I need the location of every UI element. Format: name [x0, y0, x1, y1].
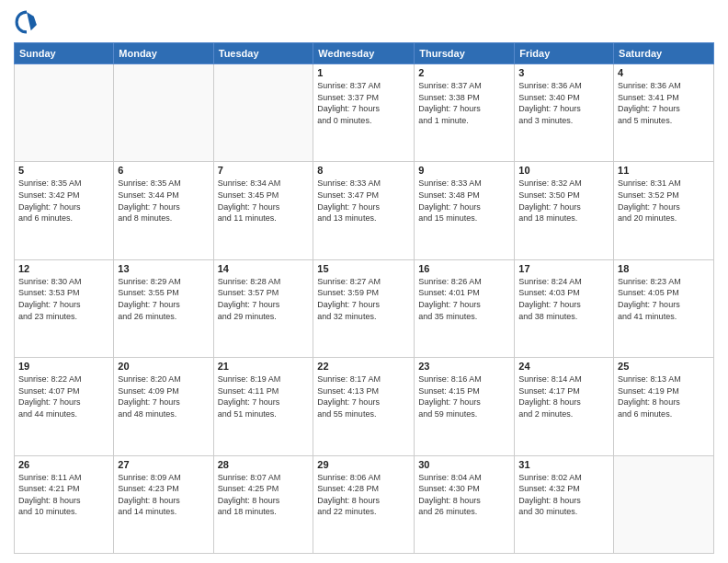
day-number: 2: [418, 67, 510, 78]
week-row-1: 1Sunrise: 8:37 AM Sunset: 3:37 PM Daylig…: [15, 64, 714, 162]
day-info: Sunrise: 8:16 AM Sunset: 4:15 PM Dayligh…: [418, 373, 510, 419]
day-info: Sunrise: 8:27 AM Sunset: 3:59 PM Dayligh…: [317, 276, 410, 322]
calendar-cell-5-4: 29Sunrise: 8:06 AM Sunset: 4:28 PM Dayli…: [313, 455, 415, 553]
calendar-cell-4-4: 22Sunrise: 8:17 AM Sunset: 4:13 PM Dayli…: [313, 358, 415, 455]
day-number: 6: [118, 165, 209, 176]
day-number: 25: [618, 361, 710, 372]
calendar-cell-3-3: 14Sunrise: 8:28 AM Sunset: 3:57 PM Dayli…: [213, 259, 313, 357]
week-row-3: 12Sunrise: 8:30 AM Sunset: 3:53 PM Dayli…: [15, 259, 714, 357]
day-info: Sunrise: 8:04 AM Sunset: 4:30 PM Dayligh…: [418, 472, 510, 518]
day-info: Sunrise: 8:07 AM Sunset: 4:25 PM Dayligh…: [218, 472, 310, 518]
day-info: Sunrise: 8:17 AM Sunset: 4:13 PM Dayligh…: [317, 373, 410, 419]
calendar-cell-2-4: 8Sunrise: 8:33 AM Sunset: 3:47 PM Daylig…: [313, 162, 415, 259]
day-number: 7: [218, 165, 310, 176]
calendar-cell-5-7: [614, 455, 714, 553]
calendar-cell-4-6: 24Sunrise: 8:14 AM Sunset: 4:17 PM Dayli…: [515, 358, 614, 455]
day-number: 22: [317, 361, 410, 372]
day-info: Sunrise: 8:37 AM Sunset: 3:37 PM Dayligh…: [317, 80, 410, 126]
calendar-cell-1-1: [15, 64, 114, 162]
day-number: 4: [618, 67, 710, 78]
day-number: 9: [418, 165, 510, 176]
weekday-header-thursday: Thursday: [415, 43, 515, 64]
day-info: Sunrise: 8:23 AM Sunset: 4:05 PM Dayligh…: [618, 276, 710, 322]
logo-icon: [14, 9, 40, 35]
calendar-cell-5-5: 30Sunrise: 8:04 AM Sunset: 4:30 PM Dayli…: [415, 455, 515, 553]
day-info: Sunrise: 8:06 AM Sunset: 4:28 PM Dayligh…: [317, 472, 410, 518]
day-number: 27: [118, 459, 209, 470]
calendar-cell-5-2: 27Sunrise: 8:09 AM Sunset: 4:23 PM Dayli…: [114, 455, 213, 553]
day-info: Sunrise: 8:22 AM Sunset: 4:07 PM Dayligh…: [18, 373, 109, 419]
weekday-header-tuesday: Tuesday: [213, 43, 313, 64]
calendar-cell-1-6: 3Sunrise: 8:36 AM Sunset: 3:40 PM Daylig…: [515, 64, 614, 162]
day-info: Sunrise: 8:19 AM Sunset: 4:11 PM Dayligh…: [218, 373, 310, 419]
day-info: Sunrise: 8:29 AM Sunset: 3:55 PM Dayligh…: [118, 276, 209, 322]
day-info: Sunrise: 8:02 AM Sunset: 4:32 PM Dayligh…: [518, 472, 609, 518]
day-info: Sunrise: 8:37 AM Sunset: 3:38 PM Dayligh…: [418, 80, 510, 126]
day-info: Sunrise: 8:09 AM Sunset: 4:23 PM Dayligh…: [118, 472, 209, 518]
weekday-header-sunday: Sunday: [15, 43, 114, 64]
day-number: 31: [518, 459, 609, 470]
calendar-header: SundayMondayTuesdayWednesdayThursdayFrid…: [15, 43, 714, 64]
day-number: 16: [418, 263, 510, 274]
calendar-cell-4-1: 19Sunrise: 8:22 AM Sunset: 4:07 PM Dayli…: [15, 358, 114, 455]
day-info: Sunrise: 8:14 AM Sunset: 4:17 PM Dayligh…: [518, 373, 609, 419]
weekday-header-monday: Monday: [114, 43, 213, 64]
day-info: Sunrise: 8:30 AM Sunset: 3:53 PM Dayligh…: [18, 276, 109, 322]
page: SundayMondayTuesdayWednesdayThursdayFrid…: [0, 0, 728, 563]
day-number: 28: [218, 459, 310, 470]
calendar-cell-4-5: 23Sunrise: 8:16 AM Sunset: 4:15 PM Dayli…: [415, 358, 515, 455]
day-info: Sunrise: 8:11 AM Sunset: 4:21 PM Dayligh…: [18, 472, 109, 518]
calendar-cell-3-1: 12Sunrise: 8:30 AM Sunset: 3:53 PM Dayli…: [15, 259, 114, 357]
calendar-cell-2-7: 11Sunrise: 8:31 AM Sunset: 3:52 PM Dayli…: [614, 162, 714, 259]
day-number: 18: [618, 263, 710, 274]
weekday-header-wednesday: Wednesday: [313, 43, 415, 64]
calendar-cell-3-4: 15Sunrise: 8:27 AM Sunset: 3:59 PM Dayli…: [313, 259, 415, 357]
calendar-cell-1-2: [114, 64, 213, 162]
weekday-header-friday: Friday: [515, 43, 614, 64]
day-number: 30: [418, 459, 510, 470]
day-number: 23: [418, 361, 510, 372]
day-info: Sunrise: 8:26 AM Sunset: 4:01 PM Dayligh…: [418, 276, 510, 322]
calendar-cell-4-7: 25Sunrise: 8:13 AM Sunset: 4:19 PM Dayli…: [614, 358, 714, 455]
day-info: Sunrise: 8:32 AM Sunset: 3:50 PM Dayligh…: [518, 178, 609, 224]
calendar-cell-1-4: 1Sunrise: 8:37 AM Sunset: 3:37 PM Daylig…: [313, 64, 415, 162]
calendar-cell-2-6: 10Sunrise: 8:32 AM Sunset: 3:50 PM Dayli…: [515, 162, 614, 259]
day-number: 24: [518, 361, 609, 372]
day-number: 19: [18, 361, 109, 372]
day-number: 26: [18, 459, 109, 470]
day-info: Sunrise: 8:35 AM Sunset: 3:42 PM Dayligh…: [18, 178, 109, 224]
day-number: 13: [118, 263, 209, 274]
day-info: Sunrise: 8:35 AM Sunset: 3:44 PM Dayligh…: [118, 178, 209, 224]
calendar-cell-1-7: 4Sunrise: 8:36 AM Sunset: 3:41 PM Daylig…: [614, 64, 714, 162]
calendar-cell-2-1: 5Sunrise: 8:35 AM Sunset: 3:42 PM Daylig…: [15, 162, 114, 259]
weekday-header-saturday: Saturday: [614, 43, 714, 64]
day-number: 8: [317, 165, 410, 176]
day-info: Sunrise: 8:20 AM Sunset: 4:09 PM Dayligh…: [118, 373, 209, 419]
calendar-cell-3-6: 17Sunrise: 8:24 AM Sunset: 4:03 PM Dayli…: [515, 259, 614, 357]
day-info: Sunrise: 8:28 AM Sunset: 3:57 PM Dayligh…: [218, 276, 310, 322]
day-info: Sunrise: 8:24 AM Sunset: 4:03 PM Dayligh…: [518, 276, 609, 322]
header: [14, 9, 714, 35]
calendar-cell-3-2: 13Sunrise: 8:29 AM Sunset: 3:55 PM Dayli…: [114, 259, 213, 357]
week-row-2: 5Sunrise: 8:35 AM Sunset: 3:42 PM Daylig…: [15, 162, 714, 259]
day-number: 10: [518, 165, 609, 176]
calendar-cell-2-3: 7Sunrise: 8:34 AM Sunset: 3:45 PM Daylig…: [213, 162, 313, 259]
day-info: Sunrise: 8:33 AM Sunset: 3:47 PM Dayligh…: [317, 178, 410, 224]
weekday-row: SundayMondayTuesdayWednesdayThursdayFrid…: [15, 43, 714, 64]
calendar-body: 1Sunrise: 8:37 AM Sunset: 3:37 PM Daylig…: [15, 64, 714, 554]
day-info: Sunrise: 8:36 AM Sunset: 3:40 PM Dayligh…: [518, 80, 609, 126]
day-number: 1: [317, 67, 410, 78]
day-number: 17: [518, 263, 609, 274]
day-info: Sunrise: 8:34 AM Sunset: 3:45 PM Dayligh…: [218, 178, 310, 224]
day-number: 3: [518, 67, 609, 78]
calendar-cell-3-7: 18Sunrise: 8:23 AM Sunset: 4:05 PM Dayli…: [614, 259, 714, 357]
day-info: Sunrise: 8:36 AM Sunset: 3:41 PM Dayligh…: [618, 80, 710, 126]
week-row-5: 26Sunrise: 8:11 AM Sunset: 4:21 PM Dayli…: [15, 455, 714, 553]
week-row-4: 19Sunrise: 8:22 AM Sunset: 4:07 PM Dayli…: [15, 358, 714, 455]
day-number: 14: [218, 263, 310, 274]
day-info: Sunrise: 8:31 AM Sunset: 3:52 PM Dayligh…: [618, 178, 710, 224]
calendar-cell-4-2: 20Sunrise: 8:20 AM Sunset: 4:09 PM Dayli…: [114, 358, 213, 455]
day-info: Sunrise: 8:33 AM Sunset: 3:48 PM Dayligh…: [418, 178, 510, 224]
day-number: 11: [618, 165, 710, 176]
day-number: 5: [18, 165, 109, 176]
